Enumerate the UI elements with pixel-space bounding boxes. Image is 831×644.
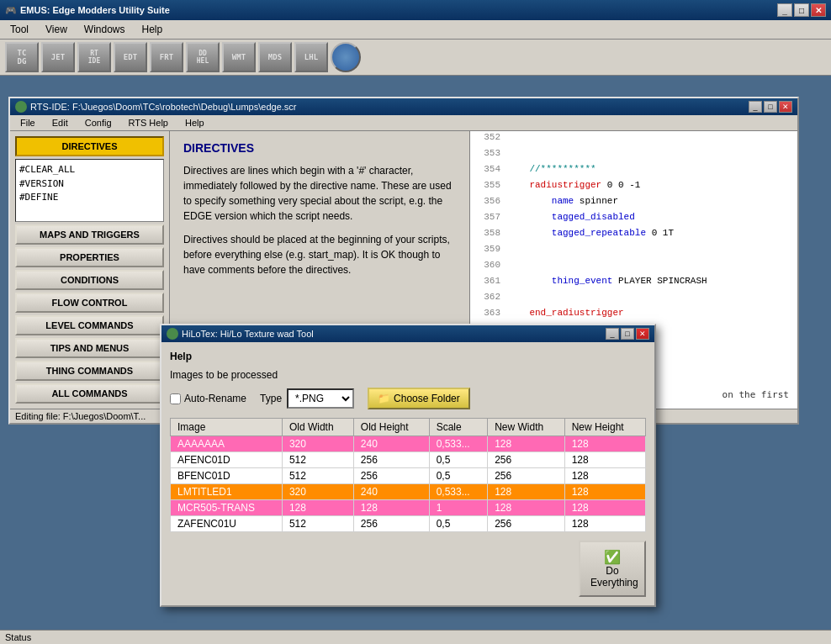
- content-para-1: Directives are lines which begin with a …: [183, 163, 456, 224]
- status-text: Editing file: F:\Juegos\Doom\T...: [15, 411, 146, 421]
- hilotex-title-bar: HiLoTex: Hi/Lo Texture wad Tool _ □ ✕: [161, 325, 654, 342]
- auto-rename-label: Auto-Rename: [184, 393, 246, 404]
- table-row: AFENC01D 512 256 0,5 256 128: [171, 452, 646, 468]
- rts-menu-help[interactable]: Help: [178, 116, 211, 129]
- col-new-height: New Height: [564, 419, 645, 436]
- cell-old-width: 128: [282, 500, 353, 516]
- cell-image: AAAAAAA: [171, 436, 283, 452]
- do-everything-container: ✅ Do Everything: [170, 541, 646, 597]
- cell-new-width: 256: [488, 516, 564, 532]
- hilotex-images-label: Images to be processed: [170, 369, 646, 381]
- nav-maps-triggers[interactable]: MAPS AND TRIGGERS: [15, 224, 164, 245]
- minimize-button[interactable]: _: [777, 3, 792, 17]
- do-everything-icon: ✅: [590, 549, 634, 565]
- choose-folder-label: Choose Folder: [394, 393, 460, 404]
- cell-image: ZAFENC01U: [171, 516, 283, 532]
- rts-close-button[interactable]: ✕: [779, 101, 792, 113]
- rts-menu-config[interactable]: Config: [78, 116, 119, 129]
- directive-item-3: #DEFINE: [19, 191, 160, 205]
- toolbar-btn-jet[interactable]: JET: [41, 42, 75, 72]
- cell-old-width: 320: [282, 484, 353, 500]
- menu-help[interactable]: Help: [135, 22, 170, 37]
- cell-image: AFENC01D: [171, 452, 283, 468]
- cell-scale: 0,5: [429, 516, 488, 532]
- rts-menu-edit[interactable]: Edit: [45, 116, 75, 129]
- rts-icon: [15, 101, 27, 113]
- cell-new-height: 128: [564, 484, 645, 500]
- rts-menu-rtshelp[interactable]: RTS Help: [122, 116, 175, 129]
- toolbar-btn-frt[interactable]: FRT: [150, 42, 183, 72]
- cell-scale: 0,5: [429, 468, 488, 484]
- cell-old-height: 256: [353, 468, 429, 484]
- choose-folder-button[interactable]: 📁 Choose Folder: [368, 388, 470, 409]
- main-menu-bar: Tool View Windows Help: [0, 20, 831, 40]
- auto-rename-checkbox[interactable]: [170, 393, 181, 404]
- table-row: LMTITLED1 320 240 0,533... 128 128: [171, 484, 646, 500]
- rts-menu-file[interactable]: File: [13, 116, 42, 129]
- hilotex-title-text: HiLoTex: Hi/Lo Texture wad Tool: [182, 329, 314, 339]
- hilotex-maximize-button[interactable]: □: [621, 328, 634, 340]
- rts-maximize-button[interactable]: □: [764, 101, 777, 113]
- toolbar-btn-mds[interactable]: MDS: [258, 42, 292, 72]
- nav-conditions[interactable]: CONDITIONS: [15, 270, 164, 290]
- hilotex-close-button[interactable]: ✕: [636, 328, 649, 340]
- maximize-button[interactable]: □: [794, 3, 809, 17]
- app-title: EMUS: Edge Modders Utility Suite: [20, 5, 170, 15]
- cell-new-height: 128: [564, 436, 645, 452]
- cell-new-height: 128: [564, 452, 645, 468]
- menu-view[interactable]: View: [39, 22, 74, 37]
- col-new-width: New Width: [488, 419, 564, 436]
- type-select[interactable]: *.PNG *.BMP *.TGA: [287, 388, 354, 409]
- type-group: Type *.PNG *.BMP *.TGA: [260, 388, 354, 409]
- cell-new-height: 128: [564, 468, 645, 484]
- content-title: DIRECTIVES: [183, 141, 456, 155]
- nav-all-commands[interactable]: ALL COMMANDS: [15, 383, 164, 404]
- active-section-button[interactable]: DIRECTIVES: [15, 136, 164, 156]
- nav-properties[interactable]: PROPERTIES: [15, 247, 164, 267]
- cell-old-height: 256: [353, 516, 429, 532]
- toolbar-btn-round[interactable]: [331, 42, 361, 72]
- close-button[interactable]: ✕: [811, 3, 826, 17]
- table-row: ZAFENC01U 512 256 0,5 256 128: [171, 516, 646, 532]
- cell-image: LMTITLED1: [171, 484, 283, 500]
- cell-old-height: 240: [353, 484, 429, 500]
- auto-rename-checkbox-label[interactable]: Auto-Rename: [170, 393, 246, 404]
- cell-old-height: 128: [353, 500, 429, 516]
- hilotex-window: HiLoTex: Hi/Lo Texture wad Tool _ □ ✕ He…: [160, 324, 656, 607]
- col-image: Image: [171, 419, 283, 436]
- nav-level-commands[interactable]: LEVEL COMMANDS: [15, 315, 164, 335]
- do-everything-button[interactable]: ✅ Do Everything: [579, 541, 646, 597]
- type-label: Type: [260, 393, 282, 404]
- toolbar-btn-edt[interactable]: EDT: [114, 42, 147, 72]
- table-row: AAAAAAA 320 240 0,533... 128 128: [171, 436, 646, 452]
- left-panel: DIRECTIVES #CLEAR_ALL #VERSION #DEFINE M…: [10, 131, 170, 409]
- directive-item-2: #VERSION: [19, 177, 160, 192]
- hilotex-minimize-button[interactable]: _: [606, 328, 619, 340]
- cell-new-width: 256: [488, 468, 564, 484]
- hilotex-controls: _ □ ✕: [606, 328, 649, 340]
- rts-title-left: RTS-IDE: F:\Juegos\Doom\TCs\robotech\Deb…: [15, 101, 297, 113]
- rts-controls: _ □ ✕: [749, 101, 792, 113]
- directive-list: #CLEAR_ALL #VERSION #DEFINE: [15, 159, 164, 222]
- cell-image: BFENC01D: [171, 468, 283, 484]
- rts-minimize-button[interactable]: _: [749, 101, 762, 113]
- menu-tool[interactable]: Tool: [3, 22, 35, 37]
- cell-scale: 0,533...: [429, 436, 488, 452]
- toolbar-btn-ddhel[interactable]: DDHEL: [186, 42, 220, 72]
- nav-flow-control[interactable]: FLOW CONTROL: [15, 293, 164, 313]
- nav-thing-commands[interactable]: THING COMMANDS: [15, 361, 164, 381]
- toolbar-btn-wmt[interactable]: WMT: [222, 42, 256, 72]
- rts-title-bar: RTS-IDE: F:\Juegos\Doom\TCs\robotech\Deb…: [10, 98, 797, 115]
- menu-windows[interactable]: Windows: [77, 22, 132, 37]
- hilotex-icon: [167, 328, 178, 340]
- toolbar-btn-rtide[interactable]: RTIDE: [77, 42, 111, 72]
- cell-new-height: 128: [564, 516, 645, 532]
- nav-tips-menus[interactable]: TIPS AND MENUS: [15, 338, 164, 358]
- rts-title: RTS-IDE: F:\Juegos\Doom\TCs\robotech\Deb…: [30, 102, 297, 112]
- content-para-2: Directives should be placed at the begin…: [183, 232, 456, 277]
- main-toolbar: TCDG JET RTIDE EDT FRT DDHEL WMT MDS LHL: [0, 40, 831, 76]
- toolbar-btn-tcdg[interactable]: TCDG: [5, 42, 39, 72]
- title-bar-controls: _ □ ✕: [777, 3, 826, 17]
- toolbar-btn-lhl[interactable]: LHL: [294, 42, 328, 72]
- hilotex-title-left: HiLoTex: Hi/Lo Texture wad Tool: [167, 328, 314, 340]
